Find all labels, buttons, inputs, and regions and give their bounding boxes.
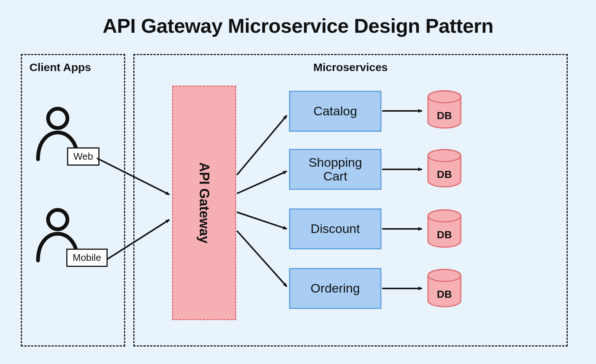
service-catalog: Catalog [289,91,381,132]
service-label: Shopping Cart [308,156,362,183]
database-icon [424,208,465,249]
service-ordering: Ordering [289,268,381,309]
client-mobile: Mobile [30,205,86,279]
api-gateway-label: API Gateway [196,162,212,243]
service-label: Discount [311,222,360,236]
database-icon [424,89,465,130]
client-mobile-label: Mobile [66,249,108,267]
client-apps-label: Client Apps [22,61,91,74]
client-apps-group: Client Apps [21,54,125,347]
api-gateway: API Gateway [172,86,236,320]
db-label: DB [424,229,465,241]
microservices-label: Microservices [134,61,567,74]
db-shopping-cart: DB [424,148,465,188]
database-icon [424,268,465,308]
service-label: Ordering [311,281,360,295]
db-label: DB [424,169,465,181]
client-web-label: Web [67,147,99,166]
diagram-title: API Gateway Microservice Design Pattern [0,14,596,37]
db-discount: DB [424,208,465,249]
diagram-canvas: API Gateway Microservice Design Pattern … [0,0,596,364]
database-icon [424,148,465,188]
client-web: Web [30,103,86,178]
db-label: DB [424,288,465,300]
db-catalog: DB [424,89,465,130]
svg-point-0 [48,109,67,128]
service-label: Catalog [313,104,357,118]
service-shopping-cart: Shopping Cart [289,149,381,190]
svg-point-1 [48,210,67,229]
db-ordering: DB [424,268,465,308]
service-discount: Discount [289,208,381,249]
db-label: DB [424,110,465,122]
